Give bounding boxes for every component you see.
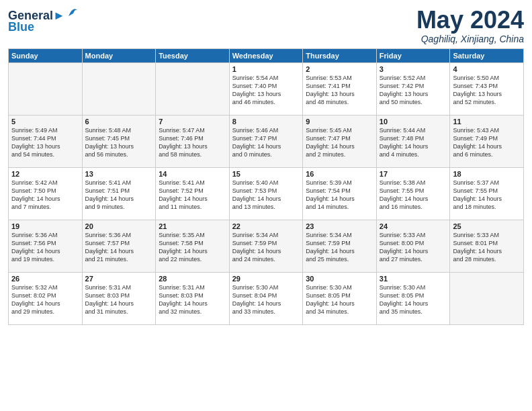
cell-info: Sunrise: 5:50 AM Sunset: 7:43 PM Dayligh… (453, 74, 521, 107)
weekday-header: Friday (376, 48, 450, 62)
calendar-cell: 27Sunrise: 5:31 AM Sunset: 8:03 PM Dayli… (82, 272, 156, 324)
calendar-cell: 25Sunrise: 5:33 AM Sunset: 8:01 PM Dayli… (450, 220, 524, 272)
cell-info: Sunrise: 5:34 AM Sunset: 7:59 PM Dayligh… (232, 231, 300, 264)
cell-info: Sunrise: 5:35 AM Sunset: 7:58 PM Dayligh… (159, 231, 226, 264)
cell-info: Sunrise: 5:45 AM Sunset: 7:47 PM Dayligh… (306, 126, 373, 159)
day-number: 31 (380, 275, 447, 283)
calendar-cell: 20Sunrise: 5:36 AM Sunset: 7:57 PM Dayli… (82, 220, 156, 272)
calendar-cell: 28Sunrise: 5:31 AM Sunset: 8:03 PM Dayli… (156, 272, 230, 324)
logo: General► Blue (8, 9, 81, 34)
calendar-cell (9, 62, 83, 115)
day-number: 9 (306, 118, 373, 126)
cell-info: Sunrise: 5:33 AM Sunset: 8:00 PM Dayligh… (380, 231, 447, 264)
day-number: 15 (232, 170, 300, 178)
calendar-cell: 26Sunrise: 5:32 AM Sunset: 8:02 PM Dayli… (9, 272, 83, 324)
day-number: 5 (11, 118, 79, 126)
calendar-cell: 31Sunrise: 5:30 AM Sunset: 8:05 PM Dayli… (376, 272, 450, 324)
calendar-cell: 7Sunrise: 5:47 AM Sunset: 7:46 PM Daylig… (156, 115, 230, 167)
calendar-cell (82, 62, 156, 115)
cell-info: Sunrise: 5:41 AM Sunset: 7:52 PM Dayligh… (159, 179, 226, 212)
cell-info: Sunrise: 5:38 AM Sunset: 7:55 PM Dayligh… (380, 179, 447, 212)
day-number: 24 (380, 222, 447, 230)
calendar-cell: 13Sunrise: 5:41 AM Sunset: 7:51 PM Dayli… (82, 167, 156, 220)
header: General► Blue May 2024 Qaghiliq, Xinjian… (8, 7, 524, 44)
day-number: 14 (159, 170, 226, 178)
day-number: 2 (306, 65, 373, 73)
day-number: 1 (232, 65, 300, 73)
day-number: 3 (380, 65, 447, 73)
day-number: 4 (453, 65, 521, 73)
calendar-cell (156, 62, 230, 115)
day-number: 27 (85, 275, 153, 283)
cell-info: Sunrise: 5:33 AM Sunset: 8:01 PM Dayligh… (453, 231, 521, 264)
cell-info: Sunrise: 5:43 AM Sunset: 7:49 PM Dayligh… (453, 126, 521, 159)
calendar-cell: 1Sunrise: 5:54 AM Sunset: 7:40 PM Daylig… (229, 62, 303, 115)
cell-info: Sunrise: 5:31 AM Sunset: 8:03 PM Dayligh… (85, 283, 153, 316)
cell-info: Sunrise: 5:48 AM Sunset: 7:45 PM Dayligh… (85, 126, 153, 159)
day-number: 26 (11, 275, 79, 283)
day-number: 11 (453, 118, 521, 126)
page-container: General► Blue May 2024 Qaghiliq, Xinjian… (0, 0, 532, 330)
weekday-header: Tuesday (156, 48, 230, 62)
weekday-header: Sunday (9, 48, 83, 62)
day-number: 6 (85, 118, 153, 126)
calendar-cell: 23Sunrise: 5:34 AM Sunset: 7:59 PM Dayli… (303, 220, 377, 272)
calendar-cell: 11Sunrise: 5:43 AM Sunset: 7:49 PM Dayli… (450, 115, 524, 167)
day-number: 19 (11, 222, 79, 230)
cell-info: Sunrise: 5:53 AM Sunset: 7:41 PM Dayligh… (306, 74, 373, 107)
day-number: 29 (232, 275, 300, 283)
calendar-cell: 16Sunrise: 5:39 AM Sunset: 7:54 PM Dayli… (303, 167, 377, 220)
day-number: 18 (453, 170, 521, 178)
calendar-cell: 30Sunrise: 5:30 AM Sunset: 8:05 PM Dayli… (303, 272, 377, 324)
cell-info: Sunrise: 5:32 AM Sunset: 8:02 PM Dayligh… (11, 283, 79, 316)
month-title: May 2024 (416, 7, 524, 34)
weekday-header: Wednesday (229, 48, 303, 62)
calendar-table: SundayMondayTuesdayWednesdayThursdayFrid… (8, 48, 524, 325)
cell-info: Sunrise: 5:36 AM Sunset: 7:56 PM Dayligh… (11, 231, 79, 264)
calendar-cell (450, 272, 524, 324)
day-number: 8 (232, 118, 300, 126)
cell-info: Sunrise: 5:49 AM Sunset: 7:44 PM Dayligh… (11, 126, 79, 159)
calendar-cell: 29Sunrise: 5:30 AM Sunset: 8:04 PM Dayli… (229, 272, 303, 324)
cell-info: Sunrise: 5:52 AM Sunset: 7:42 PM Dayligh… (380, 74, 447, 107)
cell-info: Sunrise: 5:36 AM Sunset: 7:57 PM Dayligh… (85, 231, 153, 264)
calendar-cell: 3Sunrise: 5:52 AM Sunset: 7:42 PM Daylig… (376, 62, 450, 115)
calendar-cell: 18Sunrise: 5:37 AM Sunset: 7:55 PM Dayli… (450, 167, 524, 220)
day-number: 28 (159, 275, 226, 283)
logo-icon (66, 4, 81, 19)
cell-info: Sunrise: 5:30 AM Sunset: 8:04 PM Dayligh… (232, 283, 300, 316)
calendar-cell: 4Sunrise: 5:50 AM Sunset: 7:43 PM Daylig… (450, 62, 524, 115)
cell-info: Sunrise: 5:47 AM Sunset: 7:46 PM Dayligh… (159, 126, 226, 159)
day-number: 21 (159, 222, 226, 230)
day-number: 22 (232, 222, 300, 230)
day-number: 17 (380, 170, 447, 178)
day-number: 13 (85, 170, 153, 178)
cell-info: Sunrise: 5:34 AM Sunset: 7:59 PM Dayligh… (306, 231, 373, 264)
calendar-cell: 6Sunrise: 5:48 AM Sunset: 7:45 PM Daylig… (82, 115, 156, 167)
day-number: 30 (306, 275, 373, 283)
calendar-cell: 5Sunrise: 5:49 AM Sunset: 7:44 PM Daylig… (9, 115, 83, 167)
cell-info: Sunrise: 5:30 AM Sunset: 8:05 PM Dayligh… (380, 283, 447, 316)
day-number: 25 (453, 222, 521, 230)
calendar-cell: 19Sunrise: 5:36 AM Sunset: 7:56 PM Dayli… (9, 220, 83, 272)
calendar-cell: 8Sunrise: 5:46 AM Sunset: 7:47 PM Daylig… (229, 115, 303, 167)
title-block: May 2024 Qaghiliq, Xinjiang, China (416, 7, 524, 44)
day-number: 20 (85, 222, 153, 230)
cell-info: Sunrise: 5:42 AM Sunset: 7:50 PM Dayligh… (11, 179, 79, 212)
location: Qaghiliq, Xinjiang, China (416, 34, 524, 44)
day-number: 7 (159, 118, 226, 126)
cell-info: Sunrise: 5:44 AM Sunset: 7:48 PM Dayligh… (380, 126, 447, 159)
calendar-cell: 9Sunrise: 5:45 AM Sunset: 7:47 PM Daylig… (303, 115, 377, 167)
cell-info: Sunrise: 5:54 AM Sunset: 7:40 PM Dayligh… (232, 74, 300, 107)
calendar-cell: 22Sunrise: 5:34 AM Sunset: 7:59 PM Dayli… (229, 220, 303, 272)
cell-info: Sunrise: 5:41 AM Sunset: 7:51 PM Dayligh… (85, 179, 153, 212)
weekday-header: Thursday (303, 48, 377, 62)
calendar-cell: 17Sunrise: 5:38 AM Sunset: 7:55 PM Dayli… (376, 167, 450, 220)
weekday-header: Monday (82, 48, 156, 62)
cell-info: Sunrise: 5:31 AM Sunset: 8:03 PM Dayligh… (159, 283, 226, 316)
calendar-cell: 2Sunrise: 5:53 AM Sunset: 7:41 PM Daylig… (303, 62, 377, 115)
cell-info: Sunrise: 5:46 AM Sunset: 7:47 PM Dayligh… (232, 126, 300, 159)
cell-info: Sunrise: 5:30 AM Sunset: 8:05 PM Dayligh… (306, 283, 373, 316)
calendar-cell: 21Sunrise: 5:35 AM Sunset: 7:58 PM Dayli… (156, 220, 230, 272)
day-number: 23 (306, 222, 373, 230)
